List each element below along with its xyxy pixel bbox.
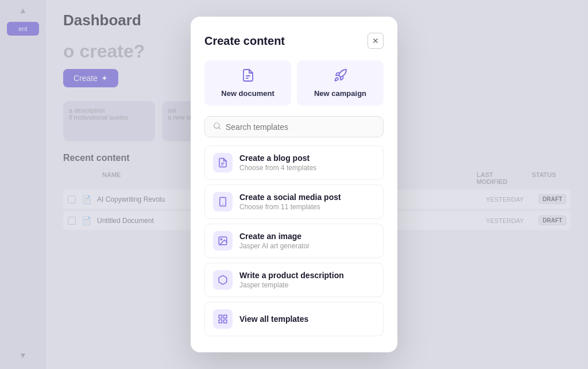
- image-icon: [213, 231, 233, 251]
- svg-rect-10: [219, 315, 222, 318]
- template-item-social-media[interactable]: Create a social media post Choose from 1…: [204, 184, 384, 219]
- blog-post-text: Create a blog post Choose from 4 templat…: [239, 153, 316, 172]
- template-item-product-description[interactable]: Write a product description Jasper templ…: [204, 263, 384, 297]
- document-icon: [241, 68, 255, 86]
- social-media-name: Create a social media post: [239, 193, 341, 202]
- campaign-icon: [334, 68, 347, 86]
- social-media-sub: Choose from 11 templates: [239, 203, 341, 211]
- modal-title: Create content: [204, 34, 285, 48]
- svg-line-3: [219, 128, 220, 129]
- create-content-modal: Create content ✕ New document: [191, 17, 397, 352]
- search-input[interactable]: [226, 122, 375, 132]
- search-box: [204, 116, 384, 137]
- image-text: Create an image Jasper AI art generator: [239, 232, 310, 250]
- social-media-icon: [213, 192, 233, 212]
- view-all-icon: [213, 309, 233, 329]
- template-item-blog-post[interactable]: Create a blog post Choose from 4 templat…: [204, 145, 384, 180]
- svg-rect-13: [224, 320, 227, 323]
- product-description-sub: Jasper template: [239, 281, 344, 289]
- template-item-view-all[interactable]: View all templates: [204, 302, 384, 336]
- product-description-icon: [213, 270, 233, 290]
- svg-point-9: [220, 239, 222, 240]
- template-list: Create a blog post Choose from 4 templat…: [204, 145, 384, 336]
- page: { "background": { "dashboard_title": "Da…: [0, 0, 588, 369]
- view-all-name: View all templates: [239, 314, 308, 324]
- modal-header: Create content ✕: [204, 33, 384, 49]
- view-all-text: View all templates: [239, 314, 308, 324]
- new-campaign-button[interactable]: New campaign: [297, 60, 384, 106]
- type-selector: New document New campaign: [204, 60, 384, 106]
- blog-post-name: Create a blog post: [239, 153, 316, 163]
- new-document-button[interactable]: New document: [204, 60, 291, 106]
- close-icon: ✕: [372, 36, 379, 45]
- new-campaign-label: New campaign: [314, 89, 366, 98]
- image-sub: Jasper AI art generator: [239, 242, 310, 250]
- svg-rect-12: [219, 320, 222, 323]
- product-description-text: Write a product description Jasper templ…: [239, 271, 344, 289]
- modal-close-button[interactable]: ✕: [368, 33, 384, 49]
- search-icon: [213, 122, 221, 132]
- blog-post-icon: [213, 153, 233, 172]
- new-document-label: New document: [221, 89, 274, 98]
- blog-post-sub: Choose from 4 templates: [239, 164, 316, 172]
- product-description-name: Write a product description: [239, 271, 344, 280]
- modal-overlay: Create content ✕ New document: [0, 0, 588, 369]
- svg-rect-11: [224, 315, 227, 318]
- image-name: Create an image: [239, 232, 310, 241]
- template-item-image[interactable]: Create an image Jasper AI art generator: [204, 224, 384, 258]
- social-media-text: Create a social media post Choose from 1…: [239, 193, 341, 211]
